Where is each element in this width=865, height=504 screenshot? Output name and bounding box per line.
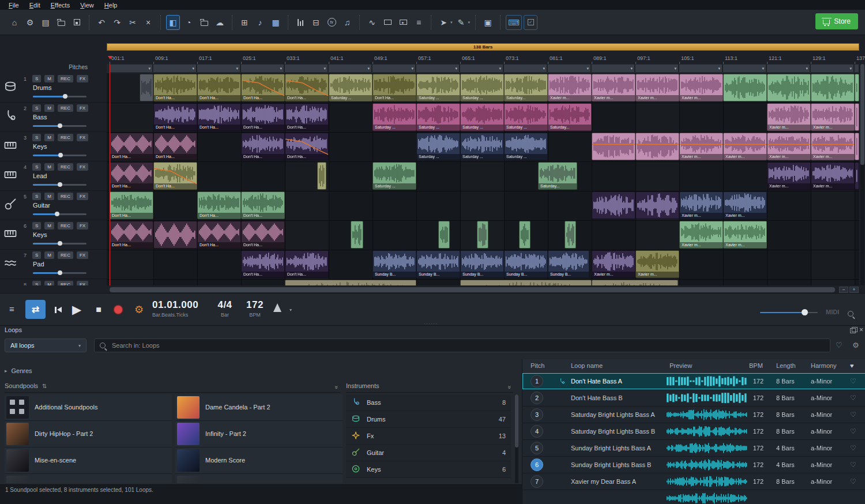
clip[interactable]: Saturday ... bbox=[373, 162, 416, 190]
clip[interactable]: Don't Ha... bbox=[153, 74, 197, 101]
favorite-icon[interactable]: ♡ bbox=[850, 444, 856, 452]
clip[interactable]: Saturday ... bbox=[416, 103, 460, 131]
favorite-icon[interactable]: ♡ bbox=[850, 427, 856, 435]
instrument-row[interactable]: Bass8 bbox=[346, 394, 511, 411]
undock-icon[interactable] bbox=[850, 328, 856, 334]
loop-row[interactable]: 2Don't Hate Bass B1728 Barsa-Minor♡ bbox=[522, 390, 865, 407]
section-cell[interactable]: ▾ bbox=[635, 65, 679, 72]
search-field[interactable] bbox=[94, 338, 830, 352]
section-cell[interactable]: ▾ bbox=[197, 65, 240, 72]
object-list-icon[interactable]: ≡ bbox=[412, 15, 426, 30]
section-cell[interactable]: ▾ bbox=[373, 65, 416, 72]
time-signature-display[interactable]: 4/4 Bar bbox=[212, 299, 238, 318]
soundpool-item[interactable]: Infinity - Part 2 bbox=[175, 421, 343, 447]
menu-edit[interactable]: Edit bbox=[24, 1, 46, 9]
object-editor-icon[interactable]: ▣ bbox=[481, 15, 495, 30]
clip[interactable]: Xavier m... bbox=[723, 133, 767, 160]
video-monitor-icon[interactable]: ▶ bbox=[396, 15, 410, 30]
draw-mode-dropdown-icon[interactable]: ▾ bbox=[468, 20, 471, 25]
clip[interactable]: Xavier m... bbox=[679, 191, 723, 219]
preview-waveform[interactable] bbox=[667, 442, 747, 454]
new-project-icon[interactable]: ▤ bbox=[39, 15, 52, 30]
clip[interactable]: Sunday B... bbox=[460, 250, 504, 278]
skip-start-button[interactable] bbox=[50, 301, 67, 318]
mouse-mode-icon[interactable]: ➤ bbox=[437, 15, 450, 30]
track-7-s-button[interactable]: S bbox=[32, 251, 41, 259]
soundpool-item[interactable] bbox=[175, 474, 343, 483]
track-volume-slider[interactable] bbox=[33, 96, 86, 97]
track-1-m-button[interactable]: M bbox=[44, 75, 54, 82]
media-pool-icon[interactable] bbox=[197, 15, 211, 30]
horizontal-scrollbar[interactable] bbox=[110, 287, 835, 292]
clip[interactable] bbox=[855, 162, 859, 190]
clip[interactable]: Don't Ha... bbox=[241, 133, 285, 160]
clip[interactable]: Sunday B... bbox=[548, 250, 589, 278]
section-cell[interactable]: ▾ bbox=[723, 65, 766, 72]
clip[interactable]: Xavier m... bbox=[767, 133, 811, 160]
record-button[interactable] bbox=[110, 301, 127, 318]
pitch-badge[interactable]: 7 bbox=[531, 475, 543, 488]
soundpool-item[interactable]: Dirty HipHop - Part 2 bbox=[5, 421, 172, 447]
clip[interactable]: Don't Ha... bbox=[197, 103, 241, 131]
clip[interactable]: Don't Ha... bbox=[153, 133, 197, 160]
loop-row[interactable] bbox=[522, 490, 865, 504]
clip[interactable] bbox=[153, 221, 197, 249]
metronome-icon[interactable] bbox=[273, 303, 281, 314]
zoom-out-button[interactable]: − bbox=[839, 287, 848, 293]
track-3-m-button[interactable]: M bbox=[44, 134, 54, 141]
clip[interactable]: Sunday B... bbox=[416, 250, 460, 278]
cloud-import-icon[interactable]: ☁ bbox=[213, 15, 227, 30]
clip[interactable]: Saturday ... bbox=[504, 133, 548, 160]
clip[interactable]: Xavier m... bbox=[548, 74, 592, 101]
menu-file[interactable]: File bbox=[3, 1, 24, 9]
soundpool-item[interactable] bbox=[5, 474, 172, 483]
clip[interactable] bbox=[855, 103, 859, 131]
panel-splitter[interactable]: ······ bbox=[424, 321, 438, 326]
loop-row[interactable]: 7Xavier my Dear Bass A1728 Barsa-Minor♡ bbox=[522, 473, 865, 490]
track-4-fx-button[interactable]: FX bbox=[77, 163, 88, 171]
delete-icon[interactable]: × bbox=[141, 15, 155, 30]
clip[interactable]: Don't Ha... bbox=[241, 103, 285, 131]
clip[interactable]: Don't Ha... bbox=[373, 74, 416, 101]
clip[interactable]: Saturday... bbox=[538, 162, 577, 190]
track-8-fx-button[interactable]: FX bbox=[77, 281, 88, 285]
track-volume-slider[interactable] bbox=[33, 272, 86, 274]
clip[interactable]: Saturday ... bbox=[504, 103, 548, 131]
menu-view[interactable]: View bbox=[75, 1, 99, 9]
metronome-dropdown-icon[interactable]: ▾ bbox=[289, 307, 292, 313]
section-cell[interactable] bbox=[855, 65, 859, 72]
hscroll-thumb[interactable] bbox=[110, 287, 835, 292]
play-button[interactable]: ▶ bbox=[68, 301, 85, 318]
clip[interactable]: Don't Ha... bbox=[241, 250, 285, 278]
clip[interactable]: Don't Ha... bbox=[285, 74, 329, 101]
clip[interactable] bbox=[855, 74, 859, 101]
track-8-rec-button[interactable]: REC bbox=[58, 281, 73, 285]
clip[interactable]: Xavier m... bbox=[811, 133, 855, 160]
track-2-m-button[interactable]: M bbox=[44, 104, 54, 112]
instrument-row[interactable]: Keys6 bbox=[346, 461, 511, 478]
clip[interactable] bbox=[460, 280, 592, 285]
clip[interactable]: Saturday ... bbox=[416, 133, 460, 160]
instruments-scrollbar[interactable] bbox=[515, 394, 518, 483]
favorite-icon[interactable]: ♡ bbox=[850, 377, 856, 385]
section-cell[interactable]: ▾ bbox=[416, 65, 460, 72]
favorites-column-icon[interactable]: ♥ bbox=[850, 362, 854, 369]
clip[interactable]: Xavier m... bbox=[635, 250, 679, 278]
mouse-mode-dropdown-icon[interactable]: ▾ bbox=[450, 20, 453, 25]
favorites-filter-icon[interactable]: ♡ bbox=[836, 341, 843, 349]
clip[interactable]: Saturday ... bbox=[460, 103, 504, 131]
clip[interactable]: Xavier m... bbox=[592, 74, 635, 101]
clip[interactable] bbox=[477, 221, 488, 249]
track-2-s-button[interactable]: S bbox=[32, 104, 41, 112]
column-header-length[interactable]: Length bbox=[776, 362, 796, 369]
clip[interactable] bbox=[317, 162, 326, 190]
track-7-fx-button[interactable]: FX bbox=[77, 251, 88, 259]
section-cell[interactable]: ▾ bbox=[767, 65, 810, 72]
drum-editor-icon[interactable]: ▦ bbox=[269, 15, 283, 30]
section-cell[interactable]: ▾ bbox=[285, 65, 328, 72]
pitch-badge[interactable]: 1 bbox=[531, 375, 543, 388]
section-cell[interactable]: ▾ bbox=[110, 65, 153, 72]
pitch-badge[interactable]: 5 bbox=[531, 442, 543, 454]
preview-waveform[interactable] bbox=[667, 476, 747, 487]
loop-row[interactable]: 5Sunday Bright Lights Bass A1724 Barsa-M… bbox=[522, 440, 865, 457]
